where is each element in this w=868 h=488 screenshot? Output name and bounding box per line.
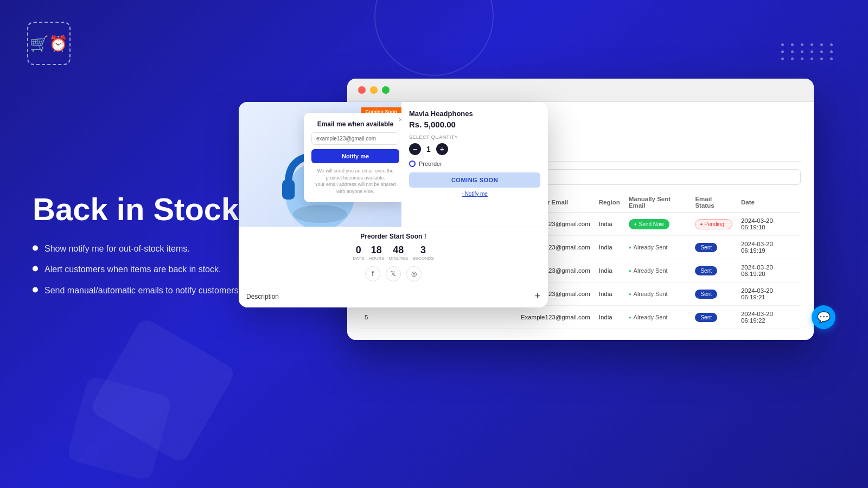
preorder-radio[interactable]	[409, 160, 416, 167]
cell-date: 2024-03-20 06:19:20	[737, 259, 801, 282]
status-badge-pending: Pending	[695, 219, 732, 229]
col-manually-sent: Manually Sent Email	[624, 192, 691, 213]
countdown-hours-label: HOURS	[368, 256, 384, 261]
countdown-seconds: 3 SECONDS	[412, 245, 434, 261]
bullet-3	[33, 287, 38, 292]
twitter-button[interactable]: 𝕏	[386, 266, 401, 281]
product-card: Coming Soon × Email me when available No…	[239, 102, 548, 307]
email-disclaimer: We will send you an email once the produ…	[311, 168, 399, 195]
cell-date: 2024-03-20 06:19:19	[737, 236, 801, 259]
close-btn[interactable]	[358, 86, 366, 94]
cell-date: 2024-03-20 06:19:10	[737, 213, 801, 236]
description-label: Description	[246, 293, 279, 300]
main-title: Back in Stock	[33, 192, 260, 227]
already-sent-label: Already Sent	[629, 314, 687, 320]
cell-region: India	[595, 306, 624, 329]
cell-region: India	[595, 236, 624, 259]
maximize-btn[interactable]	[382, 86, 390, 94]
countdown-days-value: 0	[353, 245, 364, 256]
qty-label: SELECT QUANTITY	[409, 134, 540, 140]
status-badge-sent: Sent	[695, 266, 717, 275]
cell-manually-sent: Already Sent	[624, 259, 691, 282]
countdown-days: 0 DAYS	[353, 245, 364, 261]
cell-status: Pending	[691, 213, 737, 236]
preorder-soon-title: Preorder Start Soon !	[246, 233, 540, 240]
table-row: 5 Example123@gmail.com India Already Sen…	[360, 306, 801, 329]
feature-text-2: Alert customers when items are back in s…	[44, 264, 221, 275]
minimize-btn[interactable]	[370, 86, 378, 94]
svg-point-3	[293, 205, 347, 223]
bg-circle-top	[374, 0, 494, 76]
cart-clock-icon: 🛒⏰	[30, 35, 68, 53]
feature-text-1: Show notify me for out-of-stock items.	[44, 242, 190, 254]
countdown-minutes-value: 48	[388, 245, 408, 256]
cell-date: 2024-03-20 06:19:22	[737, 306, 801, 329]
cell-date: 2024-03-20 06:19:21	[737, 282, 801, 306]
cell-region: India	[595, 259, 624, 282]
social-row: f 𝕏 ◎	[246, 266, 540, 281]
cell-sno: 5	[360, 306, 383, 329]
cell-manually-sent: Already Sent	[624, 306, 691, 329]
status-badge-sent: Sent	[695, 243, 717, 252]
send-now-button[interactable]: Send Now	[629, 219, 669, 229]
bullet-2	[33, 266, 38, 272]
cell-status: Sent	[691, 259, 737, 282]
left-content: Back in Stock Show notify me for out-of-…	[33, 192, 260, 297]
coming-soon-button[interactable]: COMING SOON	[409, 172, 540, 188]
qty-value: 1	[426, 145, 431, 153]
cell-manually-sent: Already Sent	[624, 282, 691, 306]
popup-title: Email me when available	[311, 120, 399, 128]
countdown: 0 DAYS 18 HOURS 48 MINUTES 3 SECONDS	[246, 245, 540, 261]
product-price: Rs. 5,000.00	[409, 120, 540, 129]
popup-close-button[interactable]: ×	[399, 116, 401, 124]
qty-increase-button[interactable]: +	[436, 143, 448, 155]
cell-status: Sent	[691, 306, 737, 329]
cell-manually-sent: Already Sent	[624, 236, 691, 259]
feature-text-3: Send manual/automatic emails to notify c…	[44, 284, 241, 296]
already-sent-label: Already Sent	[629, 267, 687, 274]
cell-region: India	[595, 213, 624, 236]
popup-email-input[interactable]	[311, 132, 399, 145]
svg-rect-1	[282, 179, 295, 200]
facebook-button[interactable]: f	[365, 266, 380, 281]
preorder-row: Preorder	[409, 160, 540, 167]
col-date: Date	[737, 192, 801, 213]
description-expand-button[interactable]: +	[534, 291, 540, 302]
product-info: Mavia Headphones Rs. 5,000.00 SELECT QUA…	[401, 102, 548, 227]
bg-dots	[781, 43, 835, 60]
feature-item-1: Show notify me for out-of-stock items.	[33, 242, 260, 254]
popup-notify-button[interactable]: Notify me	[311, 149, 399, 163]
countdown-minutes: 48 MINUTES	[388, 245, 408, 261]
product-bottom: Preorder Start Soon ! 0 DAYS 18 HOURS 48…	[239, 227, 548, 307]
notify-me-link[interactable]: · Notify me	[409, 191, 540, 197]
col-status: Email Status	[691, 192, 737, 213]
product-image-area: Coming Soon × Email me when available No…	[239, 102, 401, 227]
cell-region: India	[595, 282, 624, 306]
qty-control: − 1 +	[409, 143, 540, 155]
status-badge-sent: Sent	[695, 313, 717, 322]
countdown-seconds-value: 3	[412, 245, 434, 256]
qty-decrease-button[interactable]: −	[409, 143, 421, 155]
cell-email: Example123@gmail.com	[516, 306, 595, 329]
product-name: Mavia Headphones	[409, 110, 540, 118]
share-button[interactable]: ◎	[406, 266, 422, 281]
already-sent-label: Already Sent	[629, 291, 687, 297]
email-popup: × Email me when available Notify me We w…	[304, 113, 401, 202]
countdown-days-label: DAYS	[353, 256, 364, 261]
window-titlebar	[347, 79, 814, 102]
countdown-hours: 18 HOURS	[368, 245, 384, 261]
description-row: Description +	[246, 286, 540, 302]
bullet-1	[33, 245, 38, 251]
preorder-label: Preorder	[419, 160, 442, 167]
cell-status: Sent	[691, 282, 737, 306]
feature-item-3: Send manual/automatic emails to notify c…	[33, 284, 260, 296]
countdown-minutes-label: MINUTES	[388, 256, 408, 261]
status-badge-sent: Sent	[695, 290, 717, 299]
already-sent-label: Already Sent	[629, 244, 687, 251]
chat-icon: 💬	[817, 311, 831, 324]
cell-manually-sent: Send Now	[624, 213, 691, 236]
chat-bubble-button[interactable]: 💬	[812, 305, 835, 329]
feature-item-2: Alert customers when items are back in s…	[33, 264, 260, 275]
feature-list: Show notify me for out-of-stock items. A…	[33, 242, 260, 296]
app-logo: 🛒⏰	[27, 22, 71, 65]
